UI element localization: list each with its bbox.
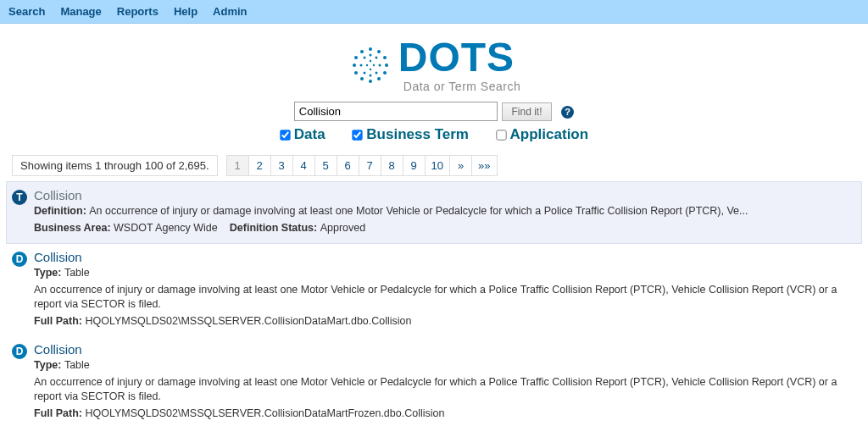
- pager-page[interactable]: 1: [227, 156, 249, 175]
- pager-page[interactable]: »: [450, 156, 472, 175]
- result-line: Business Area: WSDOT Agency WideDefiniti…: [34, 221, 856, 236]
- filter-data-label: Data: [294, 126, 326, 142]
- result-field-label: Type:: [34, 359, 64, 371]
- svg-point-8: [354, 71, 358, 75]
- svg-point-10: [354, 56, 358, 59]
- svg-point-2: [383, 56, 387, 59]
- result-field-value: HQOLYMSQLDS02\MSSQLSERVER.CollisionDataM…: [85, 315, 411, 327]
- result-title[interactable]: Collision: [34, 188, 856, 202]
- result-line: Full Path: HQOLYMSQLDS02\MSSQLSERVER.Col…: [34, 314, 856, 329]
- result-body: CollisionType: TableAn occurrence of inj…: [34, 250, 856, 329]
- filter-app[interactable]: Application: [496, 126, 589, 142]
- nav-search[interactable]: Search: [8, 5, 45, 18]
- data-badge-icon: D: [12, 344, 27, 359]
- svg-point-22: [370, 69, 371, 70]
- svg-point-18: [359, 64, 362, 67]
- result-title[interactable]: Collision: [34, 342, 856, 357]
- result-body: CollisionType: TableAn occurrence of inj…: [34, 342, 856, 421]
- search-input[interactable]: [294, 102, 498, 121]
- svg-point-7: [360, 77, 364, 80]
- svg-point-21: [373, 64, 375, 66]
- svg-point-16: [369, 75, 371, 77]
- result-field-value: Table: [64, 267, 90, 279]
- pager: 12345678910»»»: [226, 155, 498, 176]
- filter-data-checkbox[interactable]: [280, 130, 290, 140]
- pager-page[interactable]: 10: [426, 156, 450, 175]
- filter-app-checkbox[interactable]: [496, 130, 506, 140]
- result-field-label: Definition Status:: [230, 222, 320, 234]
- svg-point-14: [378, 64, 381, 67]
- result-field-label: Definition:: [34, 205, 89, 217]
- result-line: An occurrence of injury or damage involv…: [34, 375, 856, 405]
- result-field-label: Full Path:: [34, 315, 85, 327]
- pager-page[interactable]: 4: [293, 156, 315, 175]
- result-line: An occurrence of injury or damage involv…: [34, 283, 856, 313]
- result-item[interactable]: TCollisionDefinition: An occurrence of i…: [6, 181, 862, 244]
- svg-point-12: [369, 54, 371, 57]
- filter-term-checkbox[interactable]: [353, 130, 363, 140]
- result-field-value: An occurrence of injury or damage involv…: [34, 284, 837, 311]
- help-icon[interactable]: ?: [561, 106, 574, 119]
- result-field-value: An occurrence of injury or damage involv…: [34, 376, 837, 403]
- svg-point-5: [377, 77, 381, 80]
- pager-page[interactable]: »»: [472, 156, 496, 175]
- result-body: CollisionDefinition: An occurrence of in…: [34, 188, 856, 235]
- svg-point-9: [353, 64, 356, 67]
- search-row: Find it! ?: [0, 102, 868, 121]
- filter-term[interactable]: Business Term: [352, 126, 469, 142]
- logo-subtitle: Data or Term Search: [403, 80, 520, 93]
- svg-point-11: [360, 50, 364, 53]
- svg-point-0: [369, 47, 372, 51]
- result-field-value: An occurrence of injury or damage involv…: [89, 205, 748, 217]
- svg-point-17: [363, 72, 365, 75]
- result-item[interactable]: DCollisionType: TableAn occurrence of in…: [12, 244, 856, 336]
- pager-page[interactable]: 9: [403, 156, 426, 175]
- pager-row: Showing items 1 through 100 of 2,695. 12…: [0, 155, 868, 181]
- svg-point-4: [383, 71, 387, 75]
- results-list: TCollisionDefinition: An occurrence of i…: [0, 181, 868, 426]
- svg-point-23: [366, 64, 368, 66]
- nav-reports[interactable]: Reports: [117, 5, 159, 18]
- nav-admin[interactable]: Admin: [213, 5, 247, 18]
- pager-page[interactable]: 5: [315, 156, 337, 175]
- result-field-value: WSDOT Agency Wide: [114, 222, 218, 234]
- result-item[interactable]: DCollisionType: TableAn occurrence of in…: [12, 336, 856, 426]
- pager-page[interactable]: 7: [359, 156, 381, 175]
- svg-point-20: [370, 60, 371, 62]
- pager-page[interactable]: 3: [271, 156, 293, 175]
- term-badge-icon: T: [12, 190, 27, 205]
- logo-title: DOTS: [398, 37, 520, 78]
- pager-page[interactable]: 2: [249, 156, 271, 175]
- pager-status: Showing items 1 through 100 of 2,695.: [12, 155, 218, 176]
- nav-help[interactable]: Help: [174, 5, 198, 18]
- svg-point-1: [377, 50, 381, 53]
- result-field-value: HQOLYMSQLDS02\MSSQLSERVER.CollisionDataM…: [85, 407, 444, 419]
- result-field-label: Full Path:: [34, 407, 85, 419]
- result-line: Type: Table: [34, 358, 856, 373]
- result-line: Full Path: HQOLYMSQLDS02\MSSQLSERVER.Col…: [34, 407, 856, 422]
- result-field-label: Type:: [34, 267, 64, 279]
- svg-point-13: [375, 57, 377, 59]
- logo-icon: [348, 42, 393, 88]
- logo-area: DOTS Data or Term Search: [0, 37, 868, 93]
- filter-row: Data Business Term Application: [0, 126, 868, 143]
- find-button[interactable]: Find it!: [502, 102, 551, 121]
- svg-point-3: [385, 64, 388, 67]
- pager-page[interactable]: 6: [337, 156, 359, 175]
- svg-point-6: [369, 80, 372, 83]
- svg-point-15: [375, 72, 377, 75]
- result-title[interactable]: Collision: [34, 250, 856, 264]
- logo: DOTS Data or Term Search: [348, 37, 520, 93]
- filter-term-label: Business Term: [366, 126, 469, 142]
- result-field-value: Approved: [320, 222, 366, 234]
- result-line: Definition: An occurrence of injury or d…: [34, 204, 856, 219]
- result-field-label: Business Area:: [34, 222, 114, 234]
- filter-data[interactable]: Data: [280, 126, 326, 142]
- result-line: Type: Table: [34, 266, 856, 281]
- svg-point-19: [363, 57, 365, 59]
- pager-page[interactable]: 8: [381, 156, 403, 175]
- data-badge-icon: D: [12, 252, 27, 267]
- result-field-value: Table: [64, 359, 90, 371]
- nav-manage[interactable]: Manage: [60, 5, 101, 18]
- top-nav: SearchManageReportsHelpAdmin: [0, 0, 868, 24]
